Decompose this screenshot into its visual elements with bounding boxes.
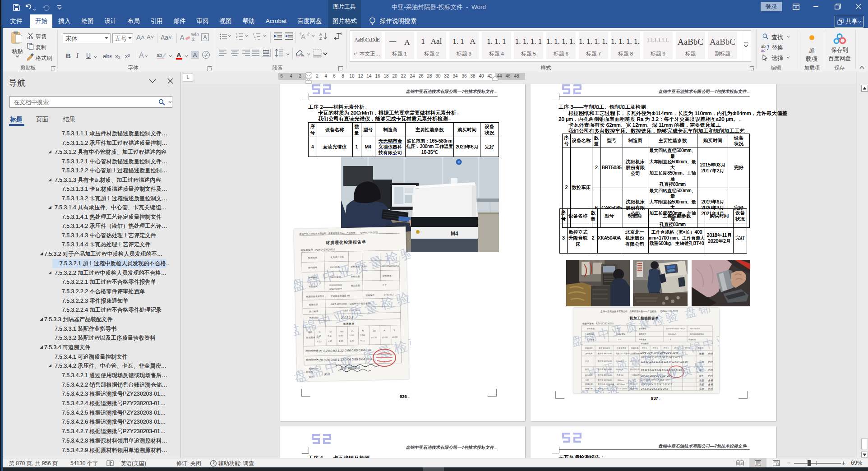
svg-text:24.2 24.2 24.2 24.1 24.2: 24.2 24.2 24.2 24.1 24.2 bbox=[641, 388, 668, 390]
svg-text:20°6′ 20°5′ 20°6′ 20°5′ 20°6′: 20°6′ 20°5′ 20°6′ 20°5′ 20°6′ 20°5′ bbox=[641, 351, 679, 354]
svg-text:外径千分尺: 外径千分尺 bbox=[630, 360, 640, 362]
svg-text:样件3: 样件3 bbox=[663, 347, 669, 349]
svg-text:检测数据: 检测数据 bbox=[641, 342, 649, 345]
svg-text:S: S bbox=[393, 329, 395, 332]
svg-text:深一边 24mm: 深一边 24mm bbox=[616, 388, 628, 390]
svg-text:取样位置: 取样位置 bbox=[351, 275, 360, 278]
svg-text:ZYJC-017: ZYJC-017 bbox=[383, 293, 394, 296]
svg-text:铣床 B-400K: 铣床 B-400K bbox=[597, 388, 609, 390]
svg-text:M4: M4 bbox=[451, 231, 458, 237]
svg-text:样品编号: 样品编号 bbox=[309, 285, 318, 288]
svg-text:合格: 合格 bbox=[708, 379, 713, 382]
svg-text:内孔锥度: 内孔锥度 bbox=[585, 374, 593, 376]
svg-text:84.19 84.22 84.21 84.19 84.19: 84.19 84.22 84.21 84.19 84.19 84.10 bbox=[641, 369, 682, 371]
svg-text:≤0.30: ≤0.30 bbox=[371, 336, 377, 339]
svg-text:抽检数量: 抽检数量 bbox=[638, 338, 646, 341]
svg-text:Φ130 圆钢: Φ130 圆钢 bbox=[616, 333, 625, 335]
svg-text:6: 6 bbox=[670, 338, 671, 341]
svg-text:数控车 BRT5085: 数控车 BRT5085 bbox=[598, 360, 612, 362]
svg-text:吴超: 吴超 bbox=[699, 388, 704, 390]
svg-text:样件5: 样件5 bbox=[685, 347, 690, 349]
svg-text:1.10: 1.10 bbox=[339, 339, 343, 342]
svg-text:三坐标测量机: 三坐标测量机 bbox=[630, 352, 642, 355]
svg-text:材料规格: 材料规格 bbox=[586, 333, 595, 336]
svg-text:2 个: 2 个 bbox=[383, 283, 387, 286]
svg-text:牙型角度: 牙型角度 bbox=[585, 352, 593, 355]
svg-text:外径: 外径 bbox=[585, 360, 589, 362]
svg-text:Φ130 圆钢: Φ130 圆钢 bbox=[330, 276, 341, 279]
svg-text:合格: 合格 bbox=[708, 360, 713, 363]
svg-text:生产数量: 生产数量 bbox=[587, 338, 595, 341]
svg-text:0.21 0.28 0.93 1.12 0.06 0.05: 0.21 0.28 0.93 1.12 0.06 0.05 0.04 0.01 bbox=[316, 348, 372, 353]
svg-text:110mm: 110mm bbox=[618, 379, 624, 381]
svg-text:吴超: 吴超 bbox=[699, 379, 704, 382]
svg-text:角度 20°: 角度 20° bbox=[616, 374, 624, 376]
svg-text:Cr: Cr bbox=[351, 330, 354, 332]
svg-text:样件4: 样件4 bbox=[674, 347, 679, 349]
svg-text:键槽深度: 键槽深度 bbox=[585, 388, 593, 390]
svg-text:3: 3 bbox=[236, 38, 238, 40]
svg-text:卡瓦: 卡瓦 bbox=[616, 328, 620, 330]
svg-text:0.23: 0.23 bbox=[317, 340, 322, 343]
svg-text:材料牌号: 材料牌号 bbox=[308, 266, 317, 269]
svg-text:长度: 长度 bbox=[585, 379, 589, 381]
svg-text:62*12mm: 62*12mm bbox=[617, 383, 625, 385]
svg-text:C: C bbox=[319, 331, 320, 333]
svg-text:工艺加工设备: 工艺加工设备 bbox=[598, 347, 610, 349]
svg-text:检 测 数 据: 检 测 数 据 bbox=[343, 322, 355, 326]
svg-text:Ti: Ti bbox=[362, 329, 364, 332]
svg-text:全谱直读光谱仪 M4: 全谱直读光谱仪 M4 bbox=[331, 294, 351, 298]
svg-text:合格: 合格 bbox=[708, 352, 713, 355]
svg-text:20° 20° 20°2′ 20°1′ 20° 2: 20° 20° 20°2′ 20°1′ 20° 20° bbox=[641, 374, 671, 377]
svg-text:检验员: 检验员 bbox=[698, 347, 704, 350]
svg-text:0.17: 0.17 bbox=[317, 335, 322, 337]
svg-text:杂兵: 杂兵 bbox=[699, 369, 704, 371]
svg-text:合格: 合格 bbox=[708, 383, 713, 386]
svg-text:键槽长宽: 键槽长宽 bbox=[585, 383, 593, 385]
svg-text:吴超: 吴超 bbox=[699, 360, 704, 363]
svg-text:三坐标测量仪: 三坐标测量仪 bbox=[630, 374, 642, 377]
svg-text:PZY230203: PZY230203 bbox=[690, 328, 700, 330]
svg-text:113.92 114.1 113.16 113.97 114: 113.92 114.1 113.16 113.97 114.04 113.95 bbox=[641, 360, 688, 363]
svg-text:吴超: 吴超 bbox=[699, 383, 704, 386]
svg-text:雅鹏: 雅鹏 bbox=[699, 352, 704, 355]
svg-text:材料本体: 材料本体 bbox=[382, 274, 392, 277]
svg-text:0.20 0.26 0.98 1.13 0.06 0.95: 0.20 0.26 0.98 1.13 0.06 0.95 0.04 0.03 bbox=[317, 357, 372, 362]
svg-text:ab: ab bbox=[157, 52, 162, 58]
svg-text:GB/T 4336-2016《碳素钢和中低合金钢》: GB/T 4336-2016《碳素钢和中低合金钢》 bbox=[331, 302, 372, 306]
svg-text:执行标准: 执行标准 bbox=[309, 310, 318, 313]
svg-text:化学成分分析: 化学成分分析 bbox=[331, 255, 344, 259]
svg-text:Z: Z bbox=[319, 36, 322, 40]
svg-text:内径: 内径 bbox=[585, 368, 589, 370]
svg-text:零件图号: 零件图号 bbox=[639, 328, 647, 330]
svg-text:合格: 合格 bbox=[708, 374, 713, 377]
svg-text:内径百分表: 内径百分表 bbox=[630, 368, 640, 370]
svg-text:检验项目: 检验项目 bbox=[585, 347, 593, 350]
svg-text:数显卡尺: 数显卡尺 bbox=[630, 388, 638, 390]
svg-text:样件1: 样件1 bbox=[642, 347, 647, 349]
svg-text:检验依据: 检验依据 bbox=[309, 303, 318, 306]
svg-text:≤0.30: ≤0.30 bbox=[392, 336, 398, 338]
svg-text:合格: 合格 bbox=[708, 369, 713, 371]
svg-text:62X12 62X12 62X12 62X12: 62X12 62X12 62X12 62X12 bbox=[641, 383, 672, 386]
svg-text:样品数量: 样品数量 bbox=[351, 284, 360, 287]
svg-text:110 110 110 110 110 110: 110 110 110 110 110 110 bbox=[641, 379, 669, 382]
svg-text:Mn: Mn bbox=[340, 330, 343, 332]
svg-text:1.30: 1.30 bbox=[350, 339, 354, 342]
svg-text:设备编号: 设备编号 bbox=[365, 294, 374, 296]
svg-text:Si: Si bbox=[329, 330, 332, 333]
svg-text:数控车 BRT5085: 数控车 BRT5085 bbox=[598, 352, 612, 355]
svg-text:检验结论: 检验结论 bbox=[309, 367, 318, 370]
svg-text:1.00: 1.00 bbox=[349, 334, 354, 337]
svg-text:WZCD22092301: WZCD22092301 bbox=[690, 333, 704, 335]
svg-text:0.80: 0.80 bbox=[339, 334, 343, 337]
svg-text:Φ114±0.2: Φ114±0.2 bbox=[616, 360, 624, 362]
svg-text:备注: 备注 bbox=[309, 375, 314, 378]
svg-text:材料规格: 材料规格 bbox=[308, 276, 318, 279]
svg-text:Y445DS/D5114 ×55-22: Y445DS/D5114 ×55-22 bbox=[666, 328, 686, 330]
svg-text:120: 120 bbox=[618, 338, 621, 341]
svg-text:WZCD22092301: WZCD22092301 bbox=[382, 264, 399, 268]
svg-text:P: P bbox=[383, 329, 385, 332]
svg-text:Cu: Cu bbox=[373, 329, 376, 332]
svg-text:0.17: 0.17 bbox=[328, 334, 332, 337]
